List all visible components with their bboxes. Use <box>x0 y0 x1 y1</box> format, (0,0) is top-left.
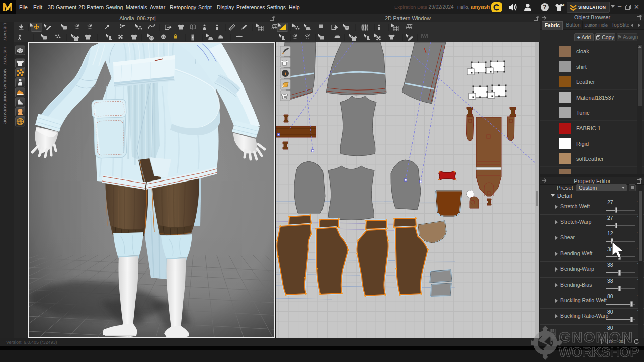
svg-text:WORKSHOP: WORKSHOP <box>559 345 639 360</box>
svg-text:+: + <box>562 3 565 7</box>
svg-text:THE: THE <box>549 329 557 344</box>
svg-text:i: i <box>285 71 286 76</box>
svg-text:?: ? <box>543 4 546 11</box>
svg-text:GNOMON: GNOMON <box>559 329 633 345</box>
